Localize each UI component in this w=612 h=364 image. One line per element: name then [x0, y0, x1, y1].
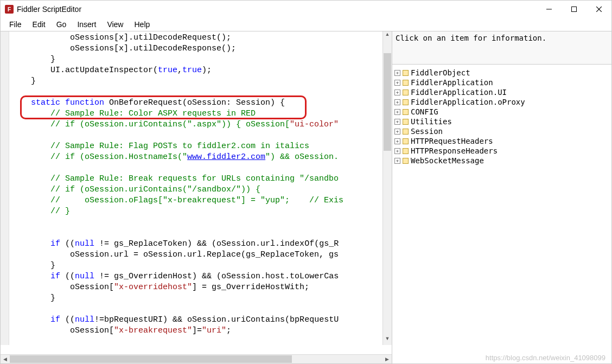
- editor-body: oSessions[x].utilDecodeRequest(); oSessi…: [1, 31, 392, 354]
- expand-icon[interactable]: +: [394, 90, 400, 95]
- tree-label: HTTPResponseHeaders: [411, 146, 498, 156]
- expand-icon[interactable]: +: [394, 158, 400, 164]
- menu-insert[interactable]: Insert: [72, 19, 101, 30]
- folder-icon: [403, 148, 409, 154]
- window-title: Fiddler ScriptEditor: [17, 5, 81, 14]
- tree-item-fiddlerapplication-ui[interactable]: +FiddlerApplication.UI: [394, 87, 609, 97]
- expand-icon[interactable]: +: [394, 99, 400, 105]
- info-text: Click on an item for information.: [392, 31, 611, 65]
- vertical-scrollbar[interactable]: ▲ ▼: [382, 31, 392, 345]
- expand-icon[interactable]: +: [394, 80, 400, 86]
- menubar: File Edit Go Insert View Help: [1, 18, 611, 31]
- tree-label: Session: [411, 126, 443, 136]
- main-area: oSessions[x].utilDecodeRequest(); oSessi…: [1, 31, 611, 363]
- expand-icon[interactable]: +: [394, 138, 400, 144]
- menu-file[interactable]: File: [4, 19, 27, 30]
- editor-pane: oSessions[x].utilDecodeRequest(); oSessi…: [1, 31, 392, 363]
- tree-item-httpresponseheaders[interactable]: +HTTPResponseHeaders: [394, 146, 609, 156]
- tree-label: FiddlerApplication.UI: [411, 87, 507, 97]
- expand-icon[interactable]: +: [394, 119, 400, 125]
- tree-item-config[interactable]: +CONFIG: [394, 107, 609, 117]
- folder-icon: [403, 119, 409, 125]
- code-content[interactable]: oSessions[x].utilDecodeRequest(); oSessi…: [9, 31, 392, 337]
- scroll-up-icon[interactable]: ▲: [383, 31, 392, 41]
- svg-rect-1: [572, 7, 577, 12]
- folder-icon: [403, 99, 409, 105]
- tree-label: FiddlerApplication: [411, 78, 493, 87]
- minimize-button[interactable]: [537, 1, 562, 18]
- tree-label: Utilities: [411, 117, 452, 126]
- tree-item-fiddlerobject[interactable]: +FiddlerObject: [394, 68, 609, 78]
- menu-edit[interactable]: Edit: [27, 19, 51, 30]
- tree-label: WebSocketMessage: [411, 156, 484, 165]
- tree-item-utilities[interactable]: +Utilities: [394, 117, 609, 126]
- tree-item-fiddlerapplication-oproxy[interactable]: +FiddlerApplication.oProxy: [394, 97, 609, 107]
- folder-icon: [403, 109, 409, 115]
- editor-gutter: [1, 31, 9, 345]
- close-button[interactable]: [586, 1, 611, 18]
- expand-icon[interactable]: +: [394, 109, 400, 115]
- vertical-scrollbar-thumb[interactable]: [384, 53, 391, 151]
- expand-icon[interactable]: +: [394, 70, 400, 76]
- tree-item-session[interactable]: +Session: [394, 126, 609, 136]
- tree-item-websocketmessage[interactable]: +WebSocketMessage: [394, 156, 609, 165]
- folder-icon: [403, 138, 409, 144]
- folder-icon: [403, 80, 409, 86]
- window-controls: [537, 1, 611, 18]
- menu-help[interactable]: Help: [129, 19, 155, 30]
- folder-icon: [403, 70, 409, 76]
- maximize-button[interactable]: [562, 1, 586, 18]
- expand-icon[interactable]: +: [394, 129, 400, 135]
- folder-icon: [403, 158, 409, 164]
- titlebar: F Fiddler ScriptEditor: [1, 1, 611, 18]
- folder-icon: [403, 129, 409, 135]
- tree-label: FiddlerApplication.oProxy: [411, 97, 525, 107]
- tree-item-fiddlerapplication[interactable]: +FiddlerApplication: [394, 78, 609, 87]
- scroll-down-icon[interactable]: ▼: [383, 336, 392, 345]
- menu-view[interactable]: View: [101, 19, 129, 30]
- scroll-right-icon[interactable]: ▶: [382, 356, 392, 362]
- tree-item-httprequestheaders[interactable]: +HTTPRequestHeaders: [394, 136, 609, 146]
- code-viewport[interactable]: oSessions[x].utilDecodeRequest(); oSessi…: [9, 31, 392, 345]
- app-icon: F: [5, 5, 14, 14]
- tree-label: HTTPRequestHeaders: [411, 136, 493, 146]
- expand-icon[interactable]: +: [394, 148, 400, 154]
- right-pane: Click on an item for information. +Fiddl…: [392, 31, 611, 363]
- folder-icon: [403, 90, 409, 95]
- horizontal-scrollbar[interactable]: ◀ ▶: [1, 354, 392, 363]
- horizontal-scrollbar-thumb[interactable]: [10, 355, 292, 363]
- scroll-left-icon[interactable]: ◀: [1, 356, 10, 362]
- tree-label: FiddlerObject: [411, 68, 470, 78]
- class-tree[interactable]: +FiddlerObject +FiddlerApplication +Fidd…: [392, 65, 611, 363]
- tree-label: CONFIG: [411, 107, 438, 117]
- menu-go[interactable]: Go: [51, 19, 72, 30]
